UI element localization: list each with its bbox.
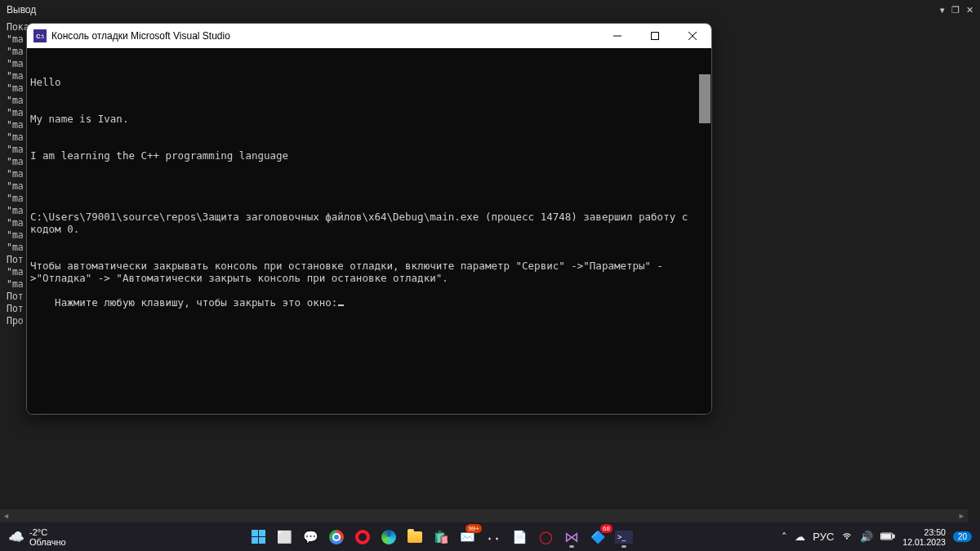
app-badge: 68 — [600, 524, 612, 533]
edge-icon[interactable] — [377, 526, 400, 549]
svg-rect-6 — [893, 535, 895, 538]
console-title: Консоль отладки Microsoft Visual Studio — [51, 30, 599, 42]
clock-date: 12.01.2023 — [902, 537, 946, 547]
taskbar-weather[interactable]: ☁️ -2°C Облачно — [0, 527, 114, 547]
volume-icon[interactable]: 🔊 — [860, 531, 873, 543]
tray-chevron-icon[interactable]: ˄ — [782, 531, 787, 543]
scroll-left-icon[interactable]: ◄ — [2, 512, 10, 520]
clock[interactable]: 23:50 12.01.2023 — [902, 527, 946, 547]
weather-icon: ☁️ — [8, 529, 24, 544]
maximize-button[interactable] — [636, 24, 674, 48]
mail-badge: 99+ — [466, 524, 482, 533]
window-icon[interactable]: ❐ — [951, 5, 960, 16]
dropbox-icon[interactable]: ⬪⬪ — [482, 526, 505, 549]
weather-desc: Облачно — [29, 537, 66, 547]
console-line: I am learning the C++ programming langua… — [30, 149, 708, 162]
console-titlebar[interactable]: C:\ Консоль отладки Microsoft Visual Stu… — [27, 24, 711, 48]
weather-temp: -2°C — [29, 527, 66, 537]
ms-store-icon[interactable]: 🛍️ — [430, 526, 452, 549]
language-indicator[interactable]: РУС — [813, 531, 834, 543]
console-line: C:\Users\79001\source\repos\Защита загол… — [30, 211, 708, 235]
battery-icon[interactable] — [880, 531, 895, 543]
start-button[interactable] — [247, 526, 270, 549]
taskbar-pinned-apps: ⬜ 💬 🛍️ ✉️99+ ⬪⬪ 📄 ◯ ⋈ 🔷68 >_ — [114, 526, 768, 549]
wifi-icon[interactable] — [841, 530, 853, 544]
console-line: Чтобы автоматически закрывать консоль пр… — [30, 260, 708, 284]
scroll-right-icon[interactable]: ► — [958, 512, 965, 520]
console-line: Нажмите любую клавишу, чтобы закрыть это… — [55, 296, 337, 309]
opera-gx-icon[interactable]: ◯ — [534, 526, 557, 549]
console-body[interactable]: Hello My name is Ivan. I am learning the… — [27, 48, 711, 414]
vs-panel-header: Вывод ▾ ❐ ✕ — [0, 0, 980, 20]
vs-panel-controls: ▾ ❐ ✕ — [940, 5, 973, 16]
cursor-icon — [338, 304, 344, 306]
mail-icon[interactable]: ✉️99+ — [456, 526, 479, 549]
svg-rect-7 — [882, 534, 891, 538]
file-explorer-icon[interactable] — [403, 526, 426, 549]
notification-badge[interactable]: 20 — [953, 531, 972, 542]
vs-panel-title: Вывод — [7, 4, 36, 16]
close-button[interactable] — [674, 24, 711, 48]
document-icon[interactable]: 📄 — [508, 526, 531, 549]
app-icon[interactable]: 🔷68 — [586, 526, 609, 549]
horizontal-scrollbar[interactable]: ◄ ► — [0, 509, 968, 522]
onedrive-icon[interactable]: ☁ — [795, 531, 805, 543]
task-view-icon[interactable]: ⬜ — [273, 526, 296, 549]
windows-taskbar: ☁️ -2°C Облачно ⬜ 💬 🛍️ ✉️99+ ⬪⬪ 📄 ◯ ⋈ 🔷6… — [0, 522, 980, 551]
console-app-icon: C:\ — [33, 29, 47, 42]
debug-console-window: C:\ Консоль отладки Microsoft Visual Stu… — [26, 23, 712, 415]
opera-icon[interactable] — [351, 526, 374, 549]
console-line: Hello — [30, 76, 708, 88]
chat-icon[interactable]: 💬 — [299, 526, 322, 549]
close-icon[interactable]: ✕ — [966, 5, 973, 16]
console-line: My name is Ivan. — [30, 113, 708, 125]
terminal-icon[interactable]: >_ — [612, 526, 635, 549]
svg-rect-1 — [652, 33, 659, 40]
svg-point-4 — [847, 538, 848, 539]
vertical-scrollbar-thumb[interactable] — [699, 74, 710, 123]
taskbar-tray: ˄ ☁ РУС 🔊 23:50 12.01.2023 20 — [768, 527, 980, 547]
dropdown-chevron-icon[interactable]: ▾ — [940, 5, 945, 16]
minimize-button[interactable] — [599, 24, 636, 48]
chrome-icon[interactable] — [325, 526, 348, 549]
visual-studio-icon[interactable]: ⋈ — [560, 526, 583, 549]
clock-time: 23:50 — [902, 527, 946, 537]
